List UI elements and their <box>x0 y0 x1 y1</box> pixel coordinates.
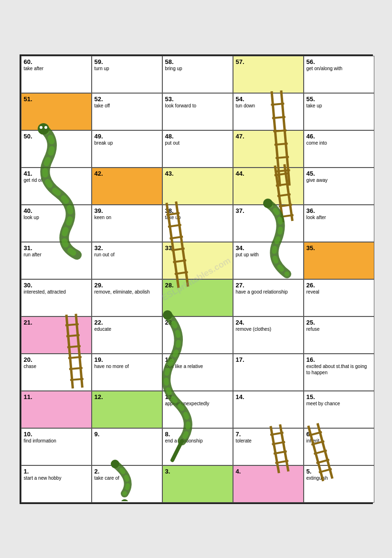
cell-26: 26.reveal <box>304 279 374 316</box>
cell-clue-26: reveal <box>307 289 319 295</box>
cell-41: 41.get rid of <box>21 168 92 205</box>
cell-number-34: 34. <box>236 244 301 252</box>
cell-clue-24: remove (clothes) <box>236 326 271 332</box>
cell-number-3: 3. <box>165 468 230 475</box>
cell-12: 12. <box>92 391 162 428</box>
cell-clue-56: get on/along with <box>307 66 343 71</box>
cell-clue-48: put out <box>165 140 180 146</box>
cell-clue-30: interested, attracted <box>24 289 66 295</box>
cell-clue-31: run after <box>24 252 42 257</box>
cell-number-20: 20. <box>24 356 89 363</box>
cell-number-30: 30. <box>24 282 89 289</box>
cell-number-46: 46. <box>307 133 371 140</box>
cell-37: 37. <box>233 205 304 242</box>
cell-59: 59.turn up <box>92 56 162 93</box>
cell-34: 34.put up with <box>233 242 304 279</box>
cell-24: 24.remove (clothes) <box>233 316 304 354</box>
cell-20: 20.chase <box>21 354 92 391</box>
cell-32: 32.run out of <box>92 242 162 279</box>
cell-clue-54: tun down <box>236 103 255 108</box>
cell-13: 13.appear unexpectedly <box>162 391 233 428</box>
cell-number-21: 21. <box>24 319 89 326</box>
cell-number-16: 16. <box>307 356 371 363</box>
game-board: 60.take after59.turn up58.bring up57.56.… <box>20 54 373 504</box>
cell-number-43: 43. <box>165 170 230 177</box>
cell-number-49: 49. <box>95 133 159 140</box>
cell-number-10: 10. <box>24 431 89 438</box>
cell-40: 40.look up <box>21 205 92 242</box>
cell-number-35: 35. <box>307 244 371 252</box>
cell-number-5: 5. <box>307 468 371 475</box>
cell-number-47: 47. <box>236 133 301 140</box>
cell-16: 16.excited about st.that is going to hap… <box>304 354 374 391</box>
cell-number-6: 6. <box>307 431 371 438</box>
cell-44: 44. <box>233 168 304 205</box>
cell-clue-20: chase <box>24 364 37 369</box>
cell-clue-45: give away <box>307 178 328 183</box>
cell-number-42: 42. <box>95 170 159 177</box>
cell-number-26: 26. <box>307 282 371 289</box>
cell-number-37: 37. <box>236 207 301 214</box>
cell-number-52: 52. <box>95 95 159 103</box>
cell-number-45: 45. <box>307 170 371 177</box>
cell-number-40: 40. <box>24 207 89 214</box>
cell-number-29: 29. <box>95 282 159 289</box>
cell-number-13: 13. <box>165 393 230 400</box>
cell-clue-39: keen on <box>95 215 112 220</box>
cell-clue-55: take up <box>307 103 322 108</box>
cell-55: 55.take up <box>304 93 374 130</box>
cell-42: 42. <box>92 168 162 205</box>
cell-number-24: 24. <box>236 319 301 326</box>
cell-15: 15.meet by chance <box>304 391 374 428</box>
cell-number-57: 57. <box>236 58 301 65</box>
cell-number-18: 18. <box>165 356 230 363</box>
cell-clue-7: tolerate <box>236 438 252 443</box>
cell-54: 54.tun down <box>233 93 304 130</box>
cell-clue-59: turn up <box>95 66 109 71</box>
cell-number-8: 8. <box>165 431 230 438</box>
cell-number-36: 36. <box>307 207 371 214</box>
cell-clue-46: come into <box>307 140 327 146</box>
cell-8: 8.end a relationship <box>162 428 233 465</box>
cell-number-12: 12. <box>95 393 159 400</box>
cell-3: 3. <box>162 465 233 503</box>
cell-18: 18.look like a relative <box>162 354 233 391</box>
cell-number-32: 32. <box>95 244 159 252</box>
cell-clue-1: start a new hobby <box>24 475 62 481</box>
cell-clue-5: extinguish <box>307 475 328 481</box>
cell-11: 11. <box>21 391 92 428</box>
cell-number-25: 25. <box>307 319 371 326</box>
cell-clue-29: remove, eliminate, abolish <box>95 289 150 295</box>
cell-48: 48.put out <box>162 130 233 168</box>
cell-33: 33. <box>162 242 233 279</box>
cell-clue-13: appear unexpectedly <box>165 401 210 406</box>
cell-number-54: 54. <box>236 95 301 103</box>
cell-number-48: 48. <box>165 133 230 140</box>
cell-56: 56.get on/along with <box>304 56 374 93</box>
cell-number-15: 15. <box>307 393 371 400</box>
cell-43: 43. <box>162 168 233 205</box>
cell-number-19: 19. <box>95 356 159 363</box>
cell-60: 60.take after <box>21 56 92 93</box>
cell-clue-27: have a good relationship <box>236 289 288 295</box>
cell-number-44: 44. <box>236 170 301 177</box>
cell-19: 19.have no more of <box>92 354 162 391</box>
cell-clue-18: look like a relative <box>165 364 203 369</box>
cell-clue-40: look up <box>24 215 39 220</box>
cell-58: 58.bring up <box>162 56 233 93</box>
cell-6: 6.inherit <box>304 428 374 465</box>
cell-number-1: 1. <box>24 468 89 475</box>
cell-clue-15: meet by chance <box>307 401 340 406</box>
cell-46: 46.come into <box>304 130 374 168</box>
cell-1: 1.start a new hobby <box>21 465 92 503</box>
cell-number-11: 11. <box>24 393 89 400</box>
cell-number-28: 28. <box>165 282 230 289</box>
cell-number-23: 23. <box>165 319 230 326</box>
cell-9: 9. <box>92 428 162 465</box>
cell-clue-58: bring up <box>165 66 182 71</box>
cell-clue-41: get rid of <box>24 178 42 183</box>
cell-number-50: 50. <box>24 133 89 140</box>
cell-clue-8: end a relationship <box>165 438 203 443</box>
cell-27: 27.have a good relationship <box>233 279 304 316</box>
cell-number-53: 53. <box>165 95 230 103</box>
